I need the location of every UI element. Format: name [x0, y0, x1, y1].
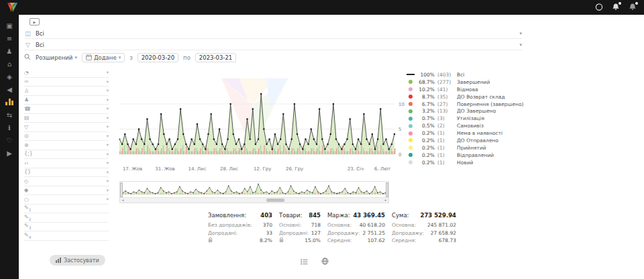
filter-select-filter-9[interactable]: ⊕▾ [24, 141, 109, 150]
sidebar-item-analytics[interactable] [2, 97, 17, 107]
legend-item[interactable]: 8.7%(35)ДО Возврат склад [407, 93, 541, 101]
filter-select-filter-15[interactable]: ○▾ [24, 195, 109, 205]
list-view-icon[interactable] [301, 257, 308, 267]
svg-text:10: 10 [398, 102, 405, 107]
sidebar-item-dashboard[interactable]: ▣ [2, 21, 17, 31]
custom-field-4[interactable]: ✎4 [24, 231, 109, 241]
source-filter-select[interactable]: ▽ Всі ▾ [24, 40, 522, 50]
sidebar-item-products[interactable]: ◈ [2, 72, 17, 82]
alerts-bell-icon[interactable] [627, 3, 637, 12]
chevron-down-icon: ▾ [107, 79, 109, 85]
mini-chart[interactable]: ◂ ▸ [119, 181, 389, 203]
mini-chart-svg[interactable] [120, 182, 388, 198]
legend-percent: 0.2% [417, 152, 435, 158]
legend-item[interactable]: 0.2%(1)Прийнятий [407, 144, 541, 152]
legend-item[interactable]: 0.2%(1)ДО Отправлено [407, 137, 541, 144]
legend-item[interactable]: 0.7%(3)Утилізація [407, 115, 541, 122]
legend-percent: 0.2% [417, 160, 435, 166]
filter-select-filter-12[interactable]: {}▾ [24, 168, 109, 178]
filter-select-filter-6[interactable]: ▤▾ [24, 114, 109, 123]
legend-count: (1) [437, 130, 454, 136]
date-field-select[interactable]: Додане ▾ [82, 53, 125, 62]
funnel-icon: ▽ [24, 42, 32, 48]
target-icon: ◎ [24, 133, 33, 139]
search-mode-select[interactable]: Розширений ▾ [36, 54, 77, 61]
legend-item[interactable]: 3.2%(13)ДО Завершено [407, 107, 541, 115]
filter-select-filter-11[interactable]: ‹›▾ [24, 159, 109, 168]
filter-select-filter-8[interactable]: ◎▾ [24, 132, 109, 142]
date-from-input[interactable]: 2020-03-20 [138, 53, 178, 62]
chart-scrollbar[interactable]: ◂ ▸ [120, 197, 388, 203]
filter-select-filter-10[interactable]: {;}▾ [24, 150, 109, 160]
stat-upsell-row: 15.0% [279, 237, 321, 245]
legend-item[interactable]: 68.7%(277)Завершений [407, 78, 541, 86]
megaphone-icon: ◀ [7, 87, 12, 93]
sidebar-item-warehouse[interactable]: ⌂ [2, 59, 17, 69]
legend-item[interactable]: 100%(403)Всі [407, 71, 541, 78]
filter-select-filter-2[interactable]: ≈▾ [24, 78, 109, 87]
legend-count: (403) [437, 72, 454, 78]
sidebar-item-partners[interactable]: ♡ [2, 135, 17, 146]
filter-select-filter-14[interactable]: ◆▾ [24, 186, 109, 196]
globe-view-icon[interactable] [321, 257, 329, 267]
filter-select-filter-7[interactable]: ▽▾ [24, 123, 109, 132]
stat-value: 845 [309, 212, 321, 219]
stat-sub-value: 33 [266, 230, 272, 236]
notifications-bell-icon[interactable] [610, 3, 621, 12]
brush-handle-left[interactable] [120, 182, 123, 197]
scroll-right-icon[interactable]: ▸ [383, 198, 388, 203]
filter-panel: ◔▾≈▾♙▾♟▾☎▾▤▾▽▾◎▾⊕▾{;}▾‹›▾{}▾◇▾◆▾○▾✎1✎2✎3… [24, 68, 109, 241]
filter-select-filter-1[interactable]: ◔▾ [24, 68, 109, 78]
sidebar-item-info[interactable]: ℹ [2, 123, 17, 133]
legend-label: Нема в наявності [457, 130, 502, 136]
sidebar-item-orders[interactable]: ≡ [2, 34, 17, 44]
filter-select-filter-4[interactable]: ♟▾ [24, 96, 109, 105]
stat-sub-value: 370 [263, 222, 272, 228]
custom-field-3[interactable]: ✎3 [24, 223, 109, 232]
chevron-down-icon: ▾ [107, 170, 109, 175]
date-field-value: Додане [94, 54, 117, 61]
apply-button[interactable]: Застосувати [50, 255, 105, 266]
legend-percent: 0.5% [417, 123, 435, 129]
legend-item[interactable]: 0.5%(2)Самовивіз [407, 122, 541, 129]
legend-item[interactable]: 10.2%(41)Відмова [407, 86, 541, 93]
date-to-input[interactable]: 2023-03-21 [195, 53, 236, 62]
chevron-down-icon: ▾ [107, 188, 109, 193]
stat-sub-value: 27 658.92 [431, 230, 456, 236]
scrollbar-thumb[interactable] [266, 199, 284, 202]
video-widget-button[interactable]: ▶ [30, 18, 40, 25]
filter-select-filter-5[interactable]: ☎▾ [24, 105, 109, 114]
sidebar-item-clients[interactable]: ♟ [2, 46, 17, 56]
sidebar-item-integrations[interactable]: ⇆ [2, 110, 17, 120]
legend-label: Відправлений [457, 152, 494, 158]
app-logo-icon[interactable] [7, 2, 19, 13]
custom-field-1[interactable]: ✎1 [24, 205, 109, 214]
chevron-down-icon: ▾ [107, 88, 109, 93]
main-chart-svg[interactable]: 0510 [119, 68, 409, 164]
sidebar-item-video[interactable]: ▶ [2, 148, 17, 158]
filter-select-filter-13[interactable]: ◇▾ [24, 177, 109, 186]
stat-sub-label: Допродані: [279, 230, 309, 236]
apply-button-label: Застосувати [64, 258, 99, 264]
main-chart[interactable]: 0510 17. Жов31. Жов14. Лис28. Лис12. Гру… [119, 68, 409, 176]
view-toggles [301, 257, 329, 267]
legend-item[interactable]: 0.2%(1)Новий [407, 159, 541, 166]
brush-handle-right[interactable] [386, 182, 388, 197]
search-icon[interactable] [24, 54, 31, 62]
stat-sub-label: Допродажу: [327, 230, 360, 236]
chevron-down-icon: ▾ [107, 160, 109, 166]
legend-item[interactable]: 0.2%(1)Відправлений [407, 152, 541, 159]
custom-field-2[interactable]: ✎2 [24, 213, 109, 223]
stat-sub-value: 245 871.02 [427, 222, 456, 228]
globe-icon: ⊕ [24, 142, 33, 148]
filter-select-filter-3[interactable]: ♙▾ [24, 87, 109, 96]
status-circle-icon[interactable] [594, 3, 604, 12]
chevron-down-icon: ▾ [107, 115, 109, 121]
scroll-left-icon[interactable]: ◂ [120, 198, 125, 203]
legend-item[interactable]: 0.2%(1)Нема в наявності [407, 129, 541, 137]
legend-dot-swatch [407, 117, 415, 121]
status-filter-select[interactable]: ◫ Всі ▾ [24, 28, 522, 39]
sidebar-item-marketing[interactable]: ◀ [2, 85, 17, 95]
filter-value: Всі [36, 42, 44, 48]
legend-item[interactable]: 6.7%(27)Повернення (завершено) [407, 101, 541, 108]
